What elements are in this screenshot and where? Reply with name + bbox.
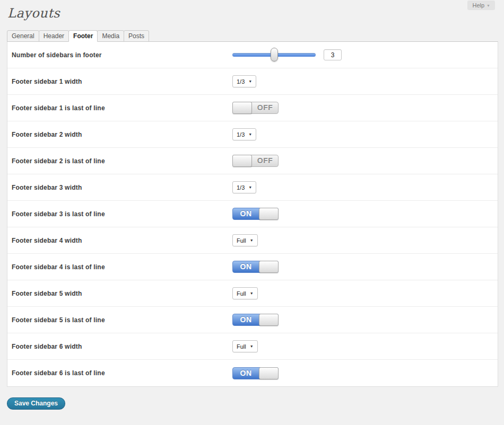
setting-row: Footer sidebar 1 is last of lineOFF (7, 95, 498, 121)
setting-row: Number of sidebars in footer (7, 42, 498, 68)
chevron-down-icon: ▼ (250, 291, 254, 295)
save-changes-button[interactable]: Save Changes (7, 397, 65, 410)
chevron-down-icon: ▼ (248, 185, 252, 189)
select-value: 1/3 (237, 78, 245, 85)
toggle-state-label: ON (233, 208, 259, 219)
last-of-line-toggle[interactable]: ON (232, 261, 279, 273)
toggle-knob[interactable] (232, 102, 252, 114)
chevron-down-icon: ▼ (250, 344, 254, 348)
setting-label: Footer sidebar 2 width (7, 131, 232, 138)
sidebar-count-slider[interactable] (232, 53, 316, 57)
setting-label: Footer sidebar 2 is last of line (7, 157, 232, 165)
toggle-knob[interactable] (259, 314, 279, 326)
last-of-line-toggle[interactable]: OFF (232, 155, 279, 167)
width-select[interactable]: Full▼ (232, 340, 258, 352)
toggle-knob[interactable] (259, 208, 279, 220)
last-of-line-toggle[interactable]: ON (232, 367, 279, 379)
setting-label: Number of sidebars in footer (7, 51, 232, 59)
setting-row: Footer sidebar 6 is last of lineON (7, 360, 498, 386)
width-select[interactable]: 1/3▼ (232, 75, 256, 87)
width-select[interactable]: 1/3▼ (232, 128, 256, 140)
last-of-line-toggle[interactable]: ON (232, 314, 279, 326)
tab-bar: GeneralHeaderFooterMediaPosts (7, 30, 149, 42)
toggle-state-label: ON (233, 261, 259, 272)
toggle-knob[interactable] (232, 155, 252, 167)
setting-label: Footer sidebar 1 width (7, 78, 232, 85)
width-select[interactable]: Full▼ (232, 287, 258, 299)
toggle-state-label: OFF (252, 155, 278, 166)
setting-label: Footer sidebar 3 is last of line (7, 210, 232, 218)
last-of-line-toggle[interactable]: ON (232, 208, 279, 220)
select-value: Full (237, 290, 246, 297)
setting-row: Footer sidebar 1 width1/3▼ (7, 68, 498, 95)
setting-label: Footer sidebar 6 is last of line (7, 369, 232, 377)
help-button[interactable]: Help ▼ (467, 1, 495, 10)
chevron-down-icon: ▼ (486, 4, 490, 7)
setting-row: Footer sidebar 3 is last of lineON (7, 201, 498, 227)
width-select[interactable]: 1/3▼ (232, 181, 256, 193)
toggle-knob[interactable] (259, 367, 279, 379)
setting-label: Footer sidebar 3 width (7, 184, 232, 191)
setting-label: Footer sidebar 6 width (7, 343, 232, 350)
setting-row: Footer sidebar 3 width1/3▼ (7, 174, 498, 201)
select-value: 1/3 (237, 184, 245, 191)
chevron-down-icon: ▼ (250, 238, 254, 242)
setting-label: Footer sidebar 4 width (7, 237, 232, 244)
select-value: Full (237, 343, 246, 350)
chevron-down-icon: ▼ (248, 79, 252, 83)
sidebar-count-input[interactable] (324, 49, 342, 60)
tab-posts[interactable]: Posts (124, 30, 149, 42)
setting-row: Footer sidebar 2 is last of lineOFF (7, 148, 498, 174)
setting-label: Footer sidebar 5 is last of line (7, 316, 232, 324)
toggle-state-label: ON (233, 314, 259, 325)
last-of-line-toggle[interactable]: OFF (232, 102, 279, 114)
setting-row: Footer sidebar 5 widthFull▼ (7, 280, 498, 307)
setting-row: Footer sidebar 2 width1/3▼ (7, 121, 498, 148)
select-value: Full (237, 237, 246, 244)
setting-label: Footer sidebar 1 is last of line (7, 104, 232, 112)
tab-general[interactable]: General (7, 30, 39, 42)
setting-row: Footer sidebar 6 widthFull▼ (7, 333, 498, 360)
toggle-knob[interactable] (259, 261, 279, 273)
chevron-down-icon: ▼ (248, 132, 252, 136)
setting-row: Footer sidebar 5 is last of lineON (7, 307, 498, 333)
page-title: Layouts (7, 6, 60, 21)
settings-panel: Number of sidebars in footerFooter sideb… (7, 41, 498, 387)
setting-label: Footer sidebar 4 is last of line (7, 263, 232, 271)
setting-row: Footer sidebar 4 widthFull▼ (7, 227, 498, 254)
width-select[interactable]: Full▼ (232, 234, 258, 246)
setting-row: Footer sidebar 4 is last of lineON (7, 254, 498, 280)
tab-header[interactable]: Header (39, 30, 69, 42)
help-button-label: Help (472, 2, 484, 8)
select-value: 1/3 (237, 131, 245, 138)
toggle-state-label: ON (233, 368, 259, 379)
tab-media[interactable]: Media (97, 30, 124, 42)
slider-handle[interactable] (271, 48, 278, 61)
setting-label: Footer sidebar 5 width (7, 290, 232, 297)
toggle-state-label: OFF (252, 102, 278, 113)
tab-footer[interactable]: Footer (68, 30, 98, 42)
